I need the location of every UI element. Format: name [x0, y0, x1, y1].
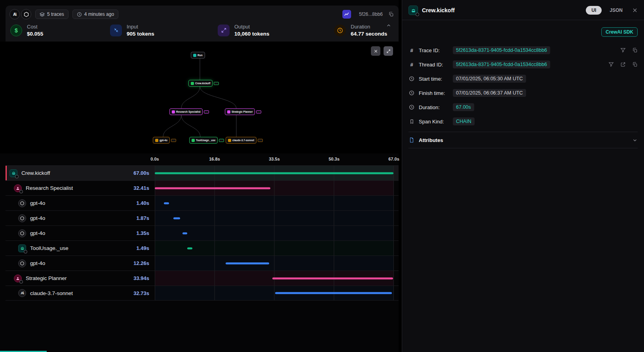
axis-tick: 16.8s — [209, 157, 220, 161]
span-bar[interactable] — [272, 277, 393, 279]
span-row-gpt4o-3[interactable]: gpt-4o 1.35s — [6, 225, 399, 240]
close-icon — [374, 49, 378, 53]
expand-graph-button[interactable] — [384, 46, 393, 56]
stat-value: $0.055 — [27, 31, 43, 37]
copy-icon[interactable] — [632, 62, 638, 67]
field-span-kind: Span Kind: CHAIN — [408, 114, 638, 129]
span-row-gpt4o-4[interactable]: gpt-4o 12.26s — [6, 255, 399, 271]
run-node-icon — [193, 54, 196, 57]
sdk-badge[interactable]: CrewAI SDK — [601, 27, 638, 37]
anthropic-logo-icon: A\ — [9, 9, 20, 19]
span-track — [155, 226, 394, 240]
trace-topbar: A\ 5 traces 4 minutes ago 5f26...8bb6 — [9, 9, 394, 20]
tab-json[interactable]: JSON — [610, 8, 623, 13]
span-name: Research Specialist — [26, 185, 73, 191]
duration-clock-icon — [334, 25, 346, 36]
span-name: gpt-4o — [30, 230, 45, 236]
span-duration: 32.41s — [133, 185, 149, 191]
span-bar[interactable] — [187, 247, 192, 249]
node-label: gpt-4o — [160, 139, 167, 142]
span-row-claude[interactable]: A\ claude-3.7-sonnet 32.73s — [6, 286, 399, 301]
span-bar[interactable] — [155, 187, 270, 189]
close-panel-icon[interactable] — [632, 8, 638, 13]
span-name: gpt-4o — [30, 215, 45, 221]
field-value: 67.00s — [453, 103, 474, 111]
span-row-research-specialist[interactable]: Research Specialist 32.41s — [6, 180, 399, 195]
field-label: Span Kind: — [419, 119, 449, 125]
field-thread-id: # Thread ID: 5f2613da-8371-9405-fcdd-0a1… — [408, 57, 638, 72]
node-label: Crew.kickoff — [195, 82, 210, 85]
close-graph-button[interactable] — [371, 46, 380, 56]
node-label: claude-3.7-sonnet — [232, 139, 254, 142]
openai-logo-icon — [21, 9, 31, 19]
span-bar[interactable] — [173, 217, 180, 219]
llm-node-icon — [155, 139, 158, 142]
stat-output: Output 10,060 tokens — [218, 24, 334, 37]
axis-tick: 0.0s — [150, 157, 159, 161]
node-badge — [256, 110, 261, 114]
agent-node-icon — [227, 110, 230, 114]
traces-count-badge[interactable]: 5 traces — [35, 9, 68, 19]
span-name: gpt-4o — [30, 260, 45, 266]
stat-cost: $ Cost $0.055 — [10, 24, 110, 37]
axis-tick: 67.0s — [388, 157, 399, 161]
stat-value: 64.77 seconds — [351, 31, 387, 37]
trace-metrics-button[interactable] — [342, 10, 351, 19]
time-ago-badge[interactable]: 4 minutes ago — [72, 9, 118, 19]
anthropic-icon: A\ — [18, 289, 26, 297]
stat-label: Output — [234, 24, 270, 30]
span-bar[interactable] — [182, 232, 187, 234]
span-bar[interactable] — [275, 292, 392, 294]
attributes-section-toggle[interactable]: Attributes — [408, 132, 638, 148]
tab-ui[interactable]: UI — [586, 6, 602, 15]
span-row-toolusage[interactable]: ToolUsage._use 1.49s — [6, 240, 399, 255]
span-bar[interactable] — [155, 172, 393, 174]
llm-node-icon — [228, 139, 231, 142]
external-link-icon[interactable] — [620, 62, 626, 67]
field-finish-time: Finish time: 07/01/2025, 06:06:37 AM UTC — [408, 86, 638, 100]
filter-icon[interactable] — [620, 47, 626, 53]
span-row-crew-kickoff[interactable]: Crew.kickoff 67.00s — [6, 165, 399, 180]
field-label: Finish time: — [419, 90, 449, 96]
graph-node-run[interactable]: Run — [191, 52, 205, 59]
span-duration: 1.40s — [136, 200, 149, 206]
span-track — [155, 256, 394, 271]
graph-node-research-specialist[interactable]: Research Specialist — [169, 108, 203, 115]
graph-node-crew-kickoff[interactable]: Crew.kickoff — [188, 80, 213, 87]
trace-graph-canvas[interactable]: Run Crew.kickoff Research Specialist Str… — [0, 42, 399, 153]
trace-stats-row: $ Cost $0.055 Input 905 tokens Output 10… — [9, 24, 394, 37]
node-badge — [258, 139, 263, 142]
span-row-gpt4o-2[interactable]: gpt-4o 1.87s — [6, 210, 399, 225]
span-duration: 67.00s — [133, 170, 149, 176]
hash-icon: # — [408, 47, 415, 53]
field-start-time: Start time: 07/01/2025, 06:05:30 AM UTC — [408, 72, 638, 86]
sdk-subbadge-icon — [19, 190, 23, 193]
trace-header-card: A\ 5 traces 4 minutes ago 5f26...8bb6 — [6, 6, 399, 42]
field-label: Trace ID: — [419, 47, 449, 53]
span-name: Strategic Planner — [26, 275, 67, 281]
span-name: claude-3.7-sonnet — [30, 290, 73, 296]
output-expand-icon — [218, 25, 230, 36]
filter-icon[interactable] — [608, 62, 614, 67]
node-badge — [214, 82, 219, 85]
file-icon — [408, 137, 415, 143]
clock-icon — [408, 104, 415, 110]
span-bar[interactable] — [226, 262, 269, 264]
input-compress-icon — [110, 25, 122, 36]
span-row-gpt4o-1[interactable]: gpt-4o 1.40s — [6, 195, 399, 210]
graph-node-gpt-4o[interactable]: gpt-4o — [153, 137, 170, 144]
detail-panel-header: Crew.kickoff UI JSON — [402, 0, 644, 20]
span-row-strategic-planner[interactable]: Strategic Planner 33.94s — [6, 271, 399, 286]
stat-input: Input 905 tokens — [110, 24, 218, 37]
collapse-stats-button[interactable] — [386, 23, 391, 28]
agent-node-icon — [172, 110, 175, 114]
span-bar[interactable] — [164, 202, 169, 204]
copy-icon[interactable] — [632, 47, 638, 53]
graph-node-strategic-planner[interactable]: Strategic Planner — [225, 108, 255, 115]
sdk-subbadge-icon — [416, 13, 419, 16]
field-value: 07/01/2025, 06:06:37 AM UTC — [453, 89, 526, 97]
field-trace-id: # Trace ID: 5f2613da-8371-9405-fcdd-0a15… — [408, 43, 638, 57]
copy-trace-id-button[interactable] — [388, 11, 394, 17]
graph-node-toolusage[interactable]: ToolUsage._use — [189, 137, 218, 144]
graph-node-claude[interactable]: claude-3.7-sonnet — [226, 137, 256, 144]
